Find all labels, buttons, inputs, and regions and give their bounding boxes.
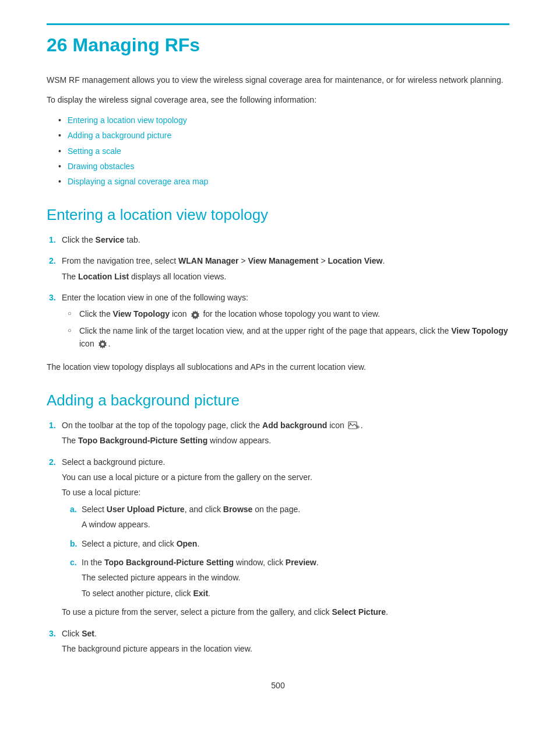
section2-step-3: 3. Click Set. The background picture app… [47, 627, 509, 658]
intro-para-2: To display the wireless signal coverage … [47, 93, 509, 106]
toc-item-1[interactable]: Entering a location view topology [58, 114, 509, 127]
section1-title: Entering a location view topology [47, 206, 509, 224]
svg-point-4 [101, 343, 104, 346]
toc-item-3[interactable]: Setting a scale [58, 145, 509, 158]
section1-step-3: 3. Enter the location view in one of the… [47, 291, 509, 354]
intro-para-1: WSM RF management allows you to view the… [47, 74, 509, 86]
gear-icon [191, 310, 200, 320]
page-number: 500 [271, 681, 284, 690]
section1-sub-bullets: Click the View Topology icon for the loc… [68, 307, 509, 350]
section2-alpha-list: a. Select User Upload Picture, and click… [68, 503, 509, 602]
section2-title: Adding a background picture [47, 391, 509, 410]
page-container: 26 Managing RFs WSM RF management allows… [0, 0, 556, 725]
section1-bullet-2: Click the name link of the target locati… [68, 324, 509, 351]
toc-item-4[interactable]: Drawing obstacles [58, 160, 509, 173]
section1-step-2: 2. From the navigation tree, select WLAN… [47, 254, 509, 285]
gear-icon-2 [98, 340, 107, 349]
section2-steps: 1. On the toolbar at the top of the topo… [47, 419, 509, 657]
alpha-b: b. Select a picture, and click Open. [68, 537, 509, 552]
toc-item-2[interactable]: Adding a background picture [58, 129, 509, 142]
svg-point-8 [350, 423, 351, 424]
section2-step-2: 2. Select a background picture. You can … [47, 456, 509, 621]
page-footer: 500 [47, 681, 509, 690]
toc-list: Entering a location view topology Adding… [58, 114, 509, 188]
chapter-title: 26 Managing RFs [47, 23, 509, 56]
section2-step-1: 1. On the toolbar at the top of the topo… [47, 419, 509, 450]
alpha-a: a. Select User Upload Picture, and click… [68, 503, 509, 534]
alpha-c: c. In the Topo Background-Picture Settin… [68, 556, 509, 602]
add-background-icon [348, 421, 360, 430]
toc-item-5[interactable]: Displaying a signal coverage area map [58, 175, 509, 188]
section1-step-1: 1. Click the Service tab. [47, 233, 509, 249]
section1-bullet-1: Click the View Topology icon for the loc… [68, 307, 509, 320]
section1-steps: 1. Click the Service tab. 2. From the na… [47, 233, 509, 354]
section1-closing: The location view topology displays all … [47, 360, 509, 373]
